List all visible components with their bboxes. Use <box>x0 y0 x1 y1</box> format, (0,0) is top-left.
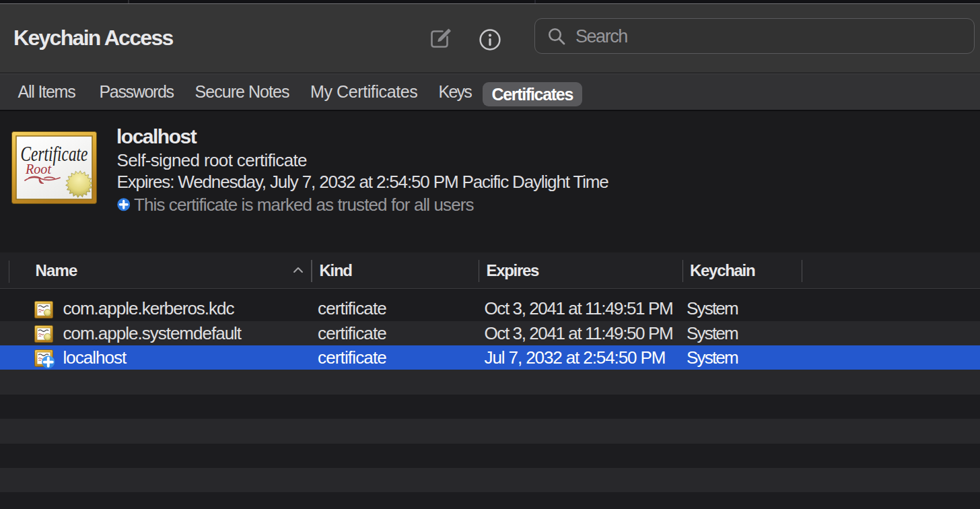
search-placeholder: Search <box>575 26 627 46</box>
header-separator <box>9 261 10 283</box>
search-input[interactable]: Search <box>534 18 975 54</box>
window-title: Keychain Access <box>13 27 173 48</box>
certificate-name-heading: localhost <box>116 127 196 147</box>
row-expires: Oct 3, 2041 at 11:49:50 PM <box>485 321 673 345</box>
tab-certificates-label: Certificates <box>491 85 573 104</box>
certificate-expiry-line: Expires: Wednesday, July 7, 2032 at 2:54… <box>117 173 608 191</box>
certificate-row-icon <box>34 325 53 343</box>
row-name: localhost <box>63 345 127 370</box>
tab-all-items[interactable]: All Items <box>18 74 75 110</box>
screen: Keychain Access Search <box>0 0 980 509</box>
row-expires: Oct 3, 2041 at 11:49:51 PM <box>485 296 673 320</box>
header-separator[interactable] <box>802 260 803 283</box>
empty-row <box>0 395 980 419</box>
trust-status-text: This certificate is marked as trusted fo… <box>134 196 474 213</box>
trusted-plus-icon <box>117 198 131 211</box>
search-icon <box>547 27 566 46</box>
row-keychain: System <box>687 296 738 320</box>
certificate-row-icon <box>34 301 53 318</box>
empty-row <box>0 419 980 443</box>
column-header-expires[interactable]: Expires <box>487 252 539 288</box>
row-name: com.apple.systemdefault <box>63 321 242 345</box>
tab-keys[interactable]: Keys <box>439 74 472 110</box>
tab-secure-notes[interactable]: Secure Notes <box>195 74 289 110</box>
header-separator[interactable] <box>682 260 684 283</box>
empty-row <box>0 444 980 468</box>
row-expires: Jul 7, 2032 at 2:54:50 PM <box>485 345 666 370</box>
certificate-detail-panel: Certificate Root localhost Self-signed r… <box>0 111 980 256</box>
certificate-subtitle: Self-signed root certificate <box>117 151 307 169</box>
row-keychain: System <box>687 321 738 345</box>
column-header-keychain[interactable]: Keychain <box>690 252 755 288</box>
tab-passwords[interactable]: Passwords <box>100 74 174 110</box>
content-area: Certificate Root localhost Self-signed r… <box>0 111 980 509</box>
column-header-kind[interactable]: Kind <box>320 252 352 288</box>
compose-icon[interactable] <box>429 26 453 50</box>
keychain-access-window: Keychain Access Search <box>0 3 980 509</box>
sort-ascending-icon <box>293 266 304 274</box>
empty-row <box>0 468 980 492</box>
toolbar: Keychain Access Search <box>0 4 980 73</box>
table-header: Name Kind Expires Keychain <box>0 252 980 288</box>
header-separator[interactable] <box>311 260 312 283</box>
row-kind: certificate <box>318 321 386 345</box>
info-icon[interactable] <box>479 28 501 51</box>
header-separator[interactable] <box>479 260 480 283</box>
category-tabbar: All Items Passwords Secure Notes My Cert… <box>0 74 980 110</box>
certificate-large-icon: Certificate Root <box>11 131 97 204</box>
table-row-selected[interactable]: localhost certificate Jul 7, 2032 at 2:5… <box>0 345 980 370</box>
certificate-list: com.apple.kerberos.kdc certificate Oct 3… <box>0 290 980 509</box>
trusted-plus-badge <box>42 355 55 369</box>
table-row[interactable]: com.apple.systemdefault certificate Oct … <box>0 321 980 345</box>
empty-row <box>0 492 980 509</box>
row-keychain: System <box>687 345 738 370</box>
table-row[interactable]: com.apple.kerberos.kdc certificate Oct 3… <box>0 296 980 320</box>
svg-text:Root: Root <box>25 160 52 176</box>
row-kind: certificate <box>318 345 386 370</box>
tab-my-certificates[interactable]: My Certificates <box>310 74 417 110</box>
column-header-name[interactable]: Name <box>36 252 77 288</box>
tab-certificates[interactable]: Certificates <box>483 82 583 106</box>
row-name: com.apple.kerberos.kdc <box>63 296 234 320</box>
empty-row <box>0 370 980 394</box>
row-kind: certificate <box>318 296 386 320</box>
